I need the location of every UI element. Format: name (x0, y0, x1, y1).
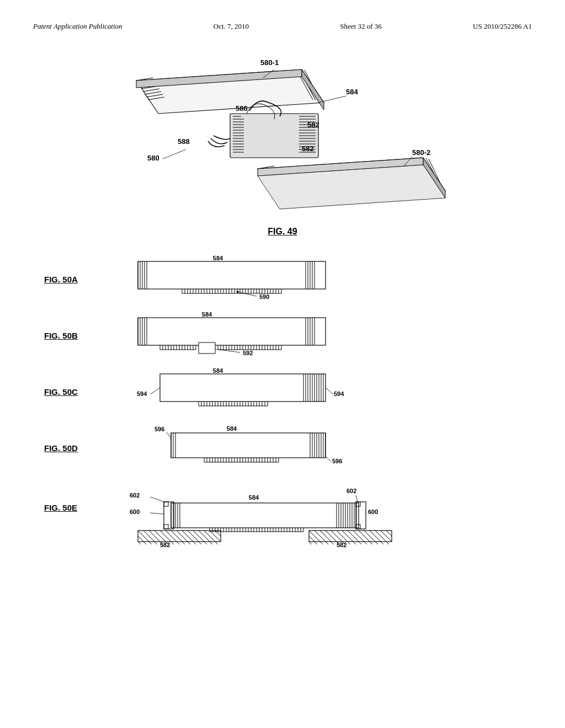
fig50e-drawing: 584 602 602 600 600 582 582 (127, 486, 521, 555)
svg-text:600: 600 (130, 508, 140, 515)
svg-line-63 (163, 149, 186, 159)
svg-line-215 (326, 388, 333, 394)
fig50d-label: FIG. 50D (44, 443, 110, 453)
content-area: 580-1 584 586 582 582 588 580 580-2 FIG.… (33, 47, 532, 555)
svg-line-364 (150, 497, 164, 502)
fig50b-drawing: 584 592 (127, 312, 521, 358)
svg-line-259 (167, 432, 171, 438)
svg-line-62 (318, 96, 346, 103)
svg-line-261 (326, 457, 331, 462)
svg-text:584: 584 (213, 368, 223, 374)
fig50a-drawing: 584 590 (127, 256, 521, 302)
svg-text:594: 594 (137, 390, 147, 397)
lower-figs-container: FIG. 50A (33, 256, 532, 555)
fig50d-row: FIG. 50D (44, 425, 521, 471)
svg-text:584: 584 (227, 425, 237, 432)
svg-text:602: 602 (347, 488, 356, 494)
ref-582b: 582 (302, 144, 314, 153)
svg-rect-65 (138, 261, 326, 289)
page-header: Patent Application Publication Oct. 7, 2… (33, 22, 532, 31)
svg-rect-173 (160, 374, 326, 402)
ref-584: 584 (346, 88, 358, 96)
svg-line-213 (150, 388, 160, 394)
fig49-label: FIG. 49 (268, 227, 297, 237)
fig50c-drawing: 584 594 594 (127, 368, 521, 415)
ref-588: 588 (178, 137, 190, 146)
svg-text:584: 584 (202, 312, 212, 318)
svg-text:594: 594 (334, 390, 344, 397)
fig50c-row: FIG. 50C (44, 368, 521, 415)
header-date: Oct. 7, 2010 (214, 22, 249, 31)
svg-text:590: 590 (259, 293, 269, 300)
header-patent-number: US 2010/252286 A1 (473, 22, 532, 31)
fig49-section: 580-1 584 586 582 582 588 580 580-2 FIG.… (33, 47, 532, 250)
svg-line-281 (221, 531, 243, 553)
svg-rect-216 (171, 433, 326, 458)
ref-586: 586 (236, 104, 248, 113)
fig50c-label: FIG. 50C (44, 387, 110, 397)
svg-text:596: 596 (154, 426, 164, 432)
svg-text:596: 596 (332, 458, 342, 464)
fig50e-label: FIG. 50E (44, 503, 110, 512)
svg-text:600: 600 (368, 508, 378, 515)
fig50b-row: FIG. 50B (44, 312, 521, 358)
svg-rect-357 (164, 524, 168, 529)
fig50a-row: FIG. 50A (44, 256, 521, 302)
ref-580: 580 (147, 154, 159, 162)
header-sheet: Sheet 32 of 36 (340, 22, 381, 31)
svg-text:592: 592 (243, 350, 253, 356)
svg-text:582: 582 (337, 542, 347, 548)
svg-line-366 (150, 513, 164, 514)
svg-rect-302 (171, 503, 359, 528)
fig50b-label: FIG. 50B (44, 331, 110, 340)
svg-rect-356 (164, 502, 168, 506)
fig50a-label: FIG. 50A (44, 275, 110, 284)
svg-rect-144 (199, 342, 215, 354)
svg-text:582: 582 (160, 542, 170, 548)
svg-line-362 (356, 495, 358, 502)
fig50e-row: FIG. 50E (44, 486, 521, 555)
svg-text:584: 584 (249, 494, 259, 501)
svg-text:584: 584 (213, 256, 223, 261)
ref-582a: 582 (307, 121, 319, 129)
fig49-drawing: 580-1 584 586 582 582 588 580 580-2 (103, 47, 462, 224)
ref-580-2: 580-2 (412, 148, 430, 157)
patent-page: Patent Application Publication Oct. 7, 2… (0, 0, 565, 728)
fig50d-drawing: 584 596 596 (127, 425, 521, 471)
header-publication-label: Patent Application Publication (33, 22, 122, 31)
svg-text:602: 602 (130, 492, 140, 499)
ref-580-1: 580-1 (260, 58, 279, 67)
svg-rect-118 (138, 318, 326, 345)
